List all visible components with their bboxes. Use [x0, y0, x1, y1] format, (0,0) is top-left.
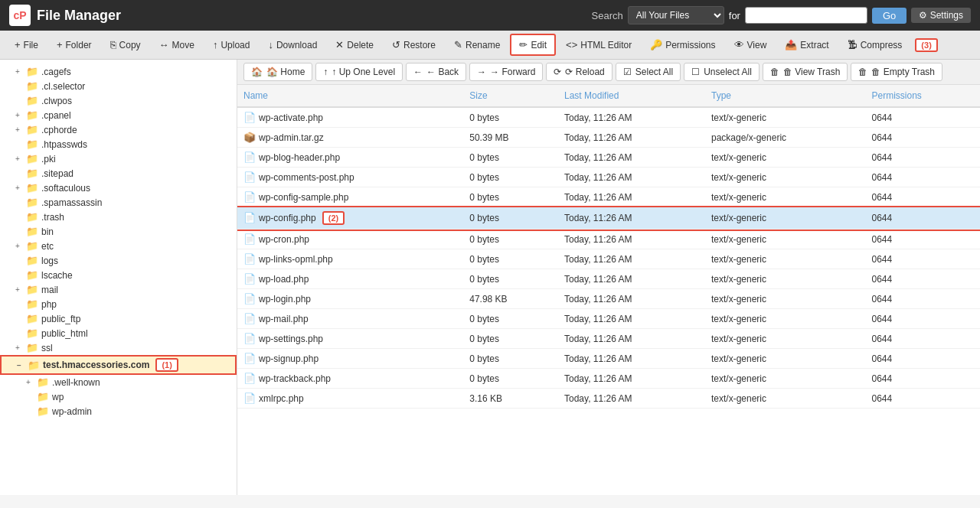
col-type[interactable]: Type: [705, 85, 866, 107]
table-row[interactable]: 📦wp-admin.tar.gz50.39 MBToday, 11:26 AMp…: [237, 128, 980, 148]
file-modified: Today, 11:26 AM: [558, 207, 705, 230]
file-name[interactable]: wp-load.php: [259, 274, 309, 285]
table-row[interactable]: 📄wp-config-sample.php0 bytesToday, 11:26…: [237, 187, 980, 207]
edit-button[interactable]: ✏Edit: [510, 34, 556, 56]
file-name[interactable]: wp-config.php: [259, 213, 316, 223]
table-row[interactable]: 📄wp-load.php0 bytesToday, 11:26 AMtext/x…: [237, 269, 980, 289]
move-button[interactable]: ↔Move: [151, 34, 203, 55]
col-size[interactable]: Size: [463, 85, 558, 107]
table-row[interactable]: 📄wp-trackback.php0 bytesToday, 11:26 AMt…: [237, 369, 980, 389]
sidebar-item-public-html[interactable]: 📁 public_html: [0, 326, 237, 340]
table-row[interactable]: 📄wp-login.php47.98 KBToday, 11:26 AMtext…: [237, 289, 980, 309]
upload-button[interactable]: ↑Upload: [204, 34, 259, 55]
html-editor-button[interactable]: <>HTML Editor: [557, 34, 640, 55]
col-permissions[interactable]: Permissions: [866, 85, 980, 107]
download-button[interactable]: ↓Download: [260, 34, 325, 55]
search-input[interactable]: [745, 7, 867, 24]
sidebar-item-lscache[interactable]: 📁 lscache: [0, 268, 237, 282]
file-size: 0 bytes: [463, 309, 558, 329]
col-name[interactable]: Name: [237, 85, 463, 107]
back-button[interactable]: ← ← Back: [406, 63, 466, 81]
table-row[interactable]: 📄wp-comments-post.php0 bytesToday, 11:26…: [237, 168, 980, 187]
sidebar-item-test-hmaccessories[interactable]: − 📁 test.hmaccessories.com (1): [0, 355, 237, 375]
sidebar-item-label: mail: [41, 285, 58, 295]
delete-button[interactable]: ✕Delete: [327, 34, 382, 55]
select-all-button[interactable]: ☑ Select All: [616, 63, 681, 81]
compress-button[interactable]: 🗜Compress: [839, 34, 911, 55]
settings-button[interactable]: ⚙ Settings: [911, 8, 971, 23]
file-name[interactable]: wp-signup.php: [259, 353, 318, 364]
file-name[interactable]: wp-cron.php: [259, 234, 309, 245]
go-button[interactable]: Go: [872, 8, 906, 24]
sidebar-item-well-known[interactable]: + 📁 .well-known: [0, 375, 237, 389]
rename-button[interactable]: ✎Rename: [446, 34, 508, 55]
table-row[interactable]: 📄wp-cron.php0 bytesToday, 11:26 AMtext/x…: [237, 230, 980, 249]
home-button[interactable]: 🏠 🏠 Home: [243, 63, 312, 81]
sidebar-item-public-ftp[interactable]: 📁 public_ftp: [0, 311, 237, 326]
sidebar-item-cagefs[interactable]: + 📁 .cagefs: [0, 64, 237, 79]
table-row[interactable]: 📄wp-config.php(2)0 bytesToday, 11:26 AMt…: [237, 207, 980, 230]
tree-toggle: +: [15, 111, 26, 119]
sidebar-item-softaculous[interactable]: + 📁 .softaculous: [0, 181, 237, 195]
restore-button[interactable]: ↺Restore: [384, 34, 444, 55]
file-name[interactable]: wp-admin.tar.gz: [259, 132, 324, 143]
sidebar-item-sitepad[interactable]: 📁 .sitepad: [0, 166, 237, 181]
sidebar-item-label: public_html: [41, 328, 88, 339]
sidebar-item-clselector[interactable]: 📁 .cl.selector: [0, 79, 237, 93]
new-folder-button[interactable]: +Folder: [48, 34, 100, 55]
copy-button[interactable]: ⎘Copy: [102, 34, 149, 55]
forward-button[interactable]: → → Forward: [469, 63, 543, 81]
file-size: 0 bytes: [463, 369, 558, 389]
table-row[interactable]: 📄wp-blog-header.php0 bytesToday, 11:26 A…: [237, 148, 980, 168]
view-button[interactable]: 👁View: [726, 34, 776, 55]
file-name[interactable]: wp-login.php: [259, 294, 311, 304]
unselect-all-button[interactable]: ☐ Unselect All: [684, 63, 760, 81]
table-row[interactable]: 📄xmlrpc.php3.16 KBToday, 11:26 AMtext/x-…: [237, 389, 980, 409]
sidebar-item-htpasswds[interactable]: 📁 .htpasswds: [0, 137, 237, 151]
sidebar-item-trash[interactable]: 📁 .trash: [0, 210, 237, 224]
search-scope-select[interactable]: All Your Files Public HTML Current Direc…: [628, 6, 724, 24]
file-name[interactable]: wp-blog-header.php: [259, 152, 340, 163]
table-row[interactable]: 📄wp-signup.php0 bytesToday, 11:26 AMtext…: [237, 349, 980, 369]
file-size: 0 bytes: [463, 329, 558, 349]
file-name[interactable]: wp-trackback.php: [259, 373, 331, 384]
doc-file-icon: 📄: [243, 233, 256, 245]
view-trash-button[interactable]: 🗑 🗑 View Trash: [763, 63, 848, 81]
table-row[interactable]: 📄wp-activate.php0 bytesToday, 11:26 AMte…: [237, 107, 980, 128]
sidebar-item-clwpos[interactable]: 📁 .clwpos: [0, 93, 237, 108]
col-modified[interactable]: Last Modified: [558, 85, 705, 107]
new-file-button[interactable]: +File: [6, 34, 47, 55]
sidebar-item-logs[interactable]: 📁 logs: [0, 253, 237, 268]
sidebar-item-wp-admin[interactable]: 📁 wp-admin: [0, 404, 237, 418]
sidebar-item-wp[interactable]: 📁 wp: [0, 389, 237, 404]
file-modified: Today, 11:26 AM: [558, 168, 705, 187]
sidebar-item-ssl[interactable]: + 📁 ssl: [0, 340, 237, 355]
empty-trash-button[interactable]: 🗑 🗑 Empty Trash: [851, 63, 942, 81]
sidebar-item-cphorde[interactable]: + 📁 .cphorde: [0, 122, 237, 137]
folder-icon: 📁: [37, 405, 49, 417]
sidebar-item-php[interactable]: 📁 php: [0, 297, 237, 311]
table-row[interactable]: 📄wp-links-opml.php0 bytesToday, 11:26 AM…: [237, 249, 980, 269]
file-name[interactable]: wp-config-sample.php: [259, 192, 348, 203]
sidebar-item-pki[interactable]: + 📁 .pki: [0, 151, 237, 166]
doc-file-icon: 📄: [243, 373, 256, 384]
sidebar-item-mail[interactable]: + 📁 mail: [0, 282, 237, 297]
reload-button[interactable]: ⟳ ⟳ Reload: [546, 63, 612, 81]
permissions-button[interactable]: 🔑Permissions: [642, 34, 724, 55]
extract-button[interactable]: 📤Extract: [776, 34, 837, 55]
file-name[interactable]: xmlrpc.php: [259, 393, 304, 404]
folder-icon: 📁: [26, 182, 38, 194]
sidebar-item-label: etc: [41, 241, 54, 252]
table-row[interactable]: 📄wp-mail.php0 bytesToday, 11:26 AMtext/x…: [237, 309, 980, 329]
sidebar-item-etc[interactable]: + 📁 etc: [0, 239, 237, 253]
sidebar-item-bin[interactable]: 📁 bin: [0, 224, 237, 239]
file-name[interactable]: wp-mail.php: [259, 314, 309, 324]
file-name[interactable]: wp-settings.php: [259, 334, 323, 344]
sidebar-item-cpanel[interactable]: + 📁 .cpanel: [0, 108, 237, 122]
file-name[interactable]: wp-activate.php: [259, 112, 323, 123]
sidebar-item-spamassassin[interactable]: 📁 .spamassassin: [0, 195, 237, 210]
file-name[interactable]: wp-links-opml.php: [259, 254, 333, 265]
file-name[interactable]: wp-comments-post.php: [259, 172, 354, 183]
up-one-level-button[interactable]: ↑ ↑ Up One Level: [315, 63, 403, 81]
table-row[interactable]: 📄wp-settings.php0 bytesToday, 11:26 AMte…: [237, 329, 980, 349]
